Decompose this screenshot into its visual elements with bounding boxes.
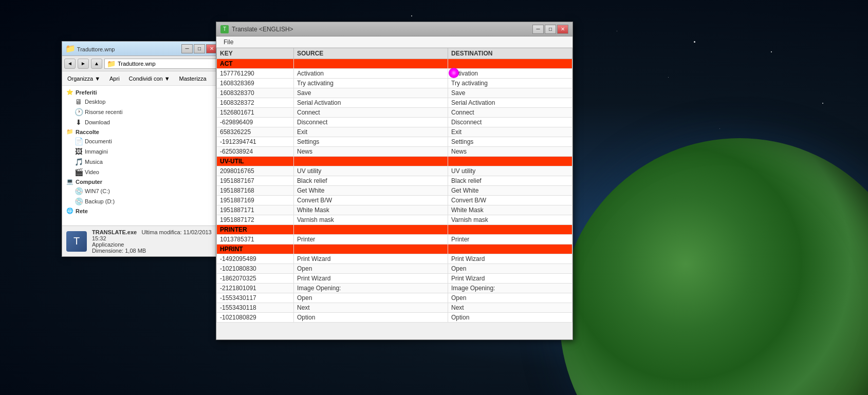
up-button[interactable]: ▲ — [91, 59, 102, 69]
explorer-toolbar: Organizza ▼ Apri Condividi con ▼ Masteri… — [62, 71, 220, 86]
cell-key: 1951887167 — [217, 176, 294, 186]
table-row[interactable]: 1951887168 Get White Get White — [217, 186, 572, 196]
table-row[interactable]: PRINTER — [217, 225, 572, 235]
table-row[interactable]: 1526801671 Connect Connect — [217, 108, 572, 118]
cell-key: 1951887172 — [217, 215, 294, 225]
table-row[interactable]: 1608328370 Save Save — [217, 88, 572, 98]
cell-dest: White Mask — [448, 205, 572, 215]
cell-dest: Option — [448, 313, 572, 323]
cell-source: Get White — [294, 186, 448, 196]
cell-source — [294, 244, 448, 254]
table-row[interactable]: 1951887172 Varnish mask Varnish mask — [217, 215, 572, 225]
cell-dest: Open — [448, 264, 572, 274]
folder-icon: 📁 — [66, 128, 73, 135]
table-row[interactable]: 658326225 Exit Exit — [217, 127, 572, 137]
translate-maximize-button[interactable]: □ — [545, 25, 556, 34]
cell-source — [294, 225, 448, 235]
raccolte-header[interactable]: 📁 Raccolte — [64, 127, 218, 136]
table-row[interactable]: HPRINT — [217, 244, 572, 254]
explorer-sidebar: ⭐ Preferiti 🖥 Desktop 🕐 Risorse recenti … — [62, 86, 220, 225]
preferiti-header[interactable]: ⭐ Preferiti — [64, 88, 218, 97]
backup-icon: 💿 — [75, 197, 83, 205]
translate-close-button[interactable]: ✕ — [557, 25, 568, 34]
cell-source: Open — [294, 264, 448, 274]
cell-key: 1951887169 — [217, 196, 294, 205]
rete-icon: 🌐 — [66, 208, 73, 214]
table-row[interactable]: 1577761290 Activation Activation — [217, 69, 572, 79]
sidebar-item-download[interactable]: ⬇ Download — [64, 117, 218, 127]
sidebar-item-documenti[interactable]: 📄 Documenti — [64, 136, 218, 146]
cell-source: Open — [294, 293, 448, 303]
table-row[interactable]: -1553430118 Next Next — [217, 303, 572, 313]
cell-dest: Exit — [448, 127, 572, 137]
cell-key: 1608328372 — [217, 98, 294, 108]
back-button[interactable]: ◄ — [64, 59, 76, 69]
dropdown-icon: ▼ — [95, 76, 100, 82]
explorer-maximize-button[interactable]: □ — [194, 44, 205, 53]
table-row[interactable]: 1608328369 Try activating Try activating — [217, 79, 572, 88]
rete-header[interactable]: 🌐 Rete — [64, 206, 218, 215]
app-icon: T — [66, 231, 87, 252]
sidebar-item-risorse[interactable]: 🕐 Risorse recenti — [64, 107, 218, 117]
documenti-label: Documenti — [85, 138, 112, 144]
condividi-button[interactable]: Condividi con ▼ — [126, 74, 173, 83]
table-row[interactable]: -629896409 Disconnect Disconnect — [217, 118, 572, 127]
musica-label: Musica — [85, 159, 103, 165]
table-row[interactable]: 1951887169 Convert B/W Convert B/W — [217, 196, 572, 205]
translate-minimize-button[interactable]: ─ — [532, 25, 544, 34]
immagini-icon: 🖼 — [75, 147, 83, 156]
table-row[interactable]: -1021080829 Option Option — [217, 313, 572, 323]
cell-key: 658326225 — [217, 127, 294, 137]
last-modified-label: Ultima modifica: — [141, 229, 181, 235]
translate-table-container[interactable]: KEY SOURCE DESTINATION ACT 1577761290 Ac… — [216, 48, 572, 340]
table-row[interactable]: -1021080830 Open Open — [217, 264, 572, 274]
masterizza-label: Masterizza — [179, 76, 207, 82]
cell-dest: Convert B/W — [448, 196, 572, 205]
explorer-minimize-button[interactable]: ─ — [181, 44, 193, 53]
size-label: Dimensione: — [92, 248, 123, 254]
table-row[interactable]: -1862070325 Print Wizard Print Wizard — [217, 274, 572, 284]
rete-label: Rete — [76, 208, 88, 214]
sidebar-item-video[interactable]: 🎬 Video — [64, 167, 218, 177]
address-text: Traduttore.wnp — [118, 61, 156, 67]
sidebar-item-backup[interactable]: 💿 Backup (D:) — [64, 196, 218, 206]
table-row[interactable]: -1553430117 Open Open — [217, 293, 572, 303]
cell-key: 1951887168 — [217, 186, 294, 196]
documenti-icon: 📄 — [75, 137, 83, 145]
app-type: Applicazione — [92, 241, 124, 248]
cell-source: Settings — [294, 137, 448, 147]
sidebar-item-desktop[interactable]: 🖥 Desktop — [64, 97, 218, 107]
organiza-button[interactable]: Organizza ▼ — [64, 74, 103, 83]
table-row[interactable]: 1013785371 Printer Printer — [217, 235, 572, 244]
explorer-content: ⭐ Preferiti 🖥 Desktop 🕐 Risorse recenti … — [62, 86, 220, 225]
sidebar-item-win7[interactable]: 💿 WIN7 (C:) — [64, 186, 218, 196]
file-menu-item[interactable]: File — [219, 37, 237, 47]
cell-key: -625038924 — [217, 147, 294, 157]
table-row[interactable]: -625038924 News News — [217, 147, 572, 157]
computer-header[interactable]: 💻 Computer — [64, 177, 218, 186]
translate-table: KEY SOURCE DESTINATION ACT 1577761290 Ac… — [216, 48, 572, 323]
address-bar[interactable]: 📁 Traduttore.wnp — [104, 59, 218, 69]
table-row[interactable]: UV-UTIL — [217, 157, 572, 166]
table-row[interactable]: 1608328372 Serial Activation Serial Acti… — [217, 98, 572, 108]
table-row[interactable]: 2098016765 UV utility UV utility — [217, 166, 572, 176]
sidebar-item-immagini[interactable]: 🖼 Immagini — [64, 146, 218, 157]
table-row[interactable]: 1951887171 White Mask White Mask — [217, 205, 572, 215]
apri-button[interactable]: Apri — [106, 74, 123, 83]
dropdown-icon-2: ▼ — [164, 76, 170, 82]
forward-button[interactable]: ► — [78, 59, 89, 69]
computer-icon: 💻 — [66, 178, 73, 185]
footer-info: TRANSLATE.exe Ultima modifica: 11/02/201… — [92, 229, 216, 254]
table-row[interactable]: -1912394741 Settings Settings — [217, 137, 572, 147]
masterizza-button[interactable]: Masterizza — [176, 74, 210, 83]
table-row[interactable]: -1492095489 Print Wizard Print Wizard — [217, 254, 572, 264]
sidebar-item-musica[interactable]: 🎵 Musica — [64, 157, 218, 167]
cell-dest: Connect — [448, 108, 572, 118]
table-row[interactable]: 1951887167 Black relief Black relief — [217, 176, 572, 186]
table-row[interactable]: -2121801091 Image Opening: Image Opening… — [217, 284, 572, 293]
cell-key: PRINTER — [217, 225, 294, 235]
cell-source: Serial Activation — [294, 98, 448, 108]
table-row[interactable]: ACT — [217, 59, 572, 69]
translate-menu: File — [216, 36, 572, 48]
col-source: SOURCE — [294, 48, 448, 59]
